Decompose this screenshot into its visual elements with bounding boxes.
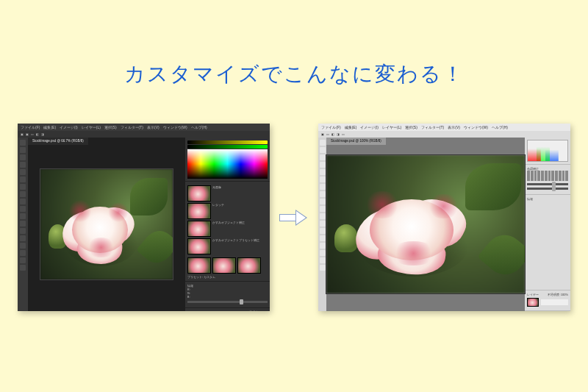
menu-item[interactable]: ウィンドウ(W) bbox=[163, 124, 187, 131]
option-chip[interactable]: ◧ bbox=[36, 132, 39, 136]
tool-zoom-icon[interactable] bbox=[320, 265, 326, 271]
tool-crop-icon[interactable] bbox=[320, 162, 326, 168]
menu-item[interactable]: レイヤー(L) bbox=[82, 124, 101, 131]
tool-type-icon[interactable] bbox=[20, 235, 26, 241]
tool-shape-icon[interactable] bbox=[20, 250, 26, 256]
tool-type-icon[interactable] bbox=[320, 235, 326, 241]
tool-marquee-icon[interactable] bbox=[20, 147, 26, 153]
layers-label: レイヤー bbox=[187, 310, 199, 311]
tool-hand-icon[interactable] bbox=[320, 257, 326, 263]
menu-item[interactable]: ファイル(F) bbox=[21, 124, 40, 131]
option-chip[interactable]: ◨ bbox=[41, 132, 44, 136]
preset-thumb[interactable] bbox=[187, 185, 211, 202]
menu-item[interactable]: ウィンドウ(W) bbox=[464, 124, 488, 131]
preset-thumb[interactable] bbox=[187, 238, 211, 254]
tool-move-icon[interactable] bbox=[320, 140, 326, 146]
option-chip[interactable]: ◧ bbox=[331, 132, 334, 136]
layer-thumbnail[interactable] bbox=[527, 298, 539, 307]
menubar[interactable]: ファイル(F) 編集(E) イメージ(I) レイヤー(L) 選択(S) フィルタ… bbox=[318, 124, 570, 131]
adjustments-panel[interactable]: 色調補正 bbox=[525, 165, 570, 195]
menu-item[interactable]: イメージ(I) bbox=[360, 124, 379, 131]
canvas-area[interactable]: StockImage.psd @ 100% (RGB/8) bbox=[326, 138, 525, 311]
menu-item[interactable]: イメージ(I) bbox=[60, 124, 78, 131]
menu-item[interactable]: 選択(S) bbox=[405, 124, 417, 131]
tool-blur-icon[interactable] bbox=[320, 213, 326, 219]
option-chip[interactable]: ◨ bbox=[337, 132, 340, 136]
tool-marquee-icon[interactable] bbox=[320, 147, 326, 153]
tool-eyedropper-icon[interactable] bbox=[320, 169, 326, 175]
canvas-area[interactable]: StockImage.psd @ 66.7% (RGB/8) bbox=[28, 138, 185, 311]
layers-panel[interactable]: レイヤー 不透明度: 100% bbox=[185, 308, 270, 311]
menu-item[interactable]: 表示(V) bbox=[448, 124, 460, 131]
tools-panel[interactable] bbox=[18, 138, 28, 311]
tool-stamp-icon[interactable] bbox=[20, 191, 26, 197]
tool-dodge-icon[interactable] bbox=[320, 221, 326, 227]
arrow-icon bbox=[279, 210, 309, 226]
preview-thumb[interactable] bbox=[212, 257, 236, 274]
tool-path-icon[interactable] bbox=[320, 243, 326, 249]
tool-move-icon[interactable] bbox=[20, 140, 26, 146]
tool-pen-icon[interactable] bbox=[20, 228, 26, 234]
option-chip[interactable]: ▣ bbox=[26, 132, 29, 136]
option-chip[interactable]: ▣ bbox=[21, 132, 24, 136]
tool-fill-icon[interactable] bbox=[20, 206, 26, 212]
tool-dodge-icon[interactable] bbox=[20, 221, 26, 227]
layer-name[interactable] bbox=[541, 299, 568, 305]
document-tab[interactable]: StockImage.psd @ 100% (RGB/8) bbox=[326, 138, 386, 145]
adjustments-panel[interactable]: 元画像 レタッチ かすみオブジェクト補正 かすみオブジェクトプリセット補正 bbox=[185, 182, 270, 282]
option-chip[interactable]: ▭ bbox=[342, 132, 345, 136]
tools-panel[interactable] bbox=[318, 138, 326, 311]
document-image bbox=[326, 155, 525, 293]
preview-thumb[interactable] bbox=[237, 257, 261, 274]
slider[interactable] bbox=[187, 301, 268, 303]
tool-zoom-icon[interactable] bbox=[20, 265, 26, 271]
preset-thumb[interactable] bbox=[187, 203, 211, 219]
tool-eyedropper-icon[interactable] bbox=[20, 169, 26, 175]
tool-stamp-icon[interactable] bbox=[320, 191, 326, 197]
menu-item[interactable]: ファイル(F) bbox=[321, 124, 340, 131]
options-bar[interactable]: ▣ ▭ ◧ ◨ ▭ bbox=[318, 131, 570, 138]
option-chip[interactable]: ▭ bbox=[31, 132, 34, 136]
tool-lasso-icon[interactable] bbox=[320, 154, 326, 160]
menu-item[interactable]: フィルター(T) bbox=[121, 124, 143, 131]
menu-item[interactable]: 表示(V) bbox=[147, 124, 159, 131]
menu-item[interactable]: 編集(E) bbox=[43, 124, 56, 131]
histogram-panel[interactable] bbox=[525, 138, 570, 165]
options-bar[interactable]: ▣ ▣ ▭ ◧ ◨ bbox=[18, 131, 270, 138]
menu-item[interactable]: ヘルプ(H) bbox=[191, 124, 207, 131]
tool-brush-icon[interactable] bbox=[20, 184, 26, 190]
adjustment-icons[interactable] bbox=[527, 171, 568, 181]
tool-heal-icon[interactable] bbox=[20, 177, 26, 182]
option-chip[interactable]: ▣ bbox=[321, 132, 324, 136]
layers-panel[interactable]: レイヤー 不透明度: 100% bbox=[525, 291, 570, 311]
opacity-label: 不透明度: 100% bbox=[548, 293, 568, 296]
tool-brush-icon[interactable] bbox=[320, 184, 326, 190]
tool-fill-icon[interactable] bbox=[320, 206, 326, 212]
tool-heal-icon[interactable] bbox=[320, 177, 326, 182]
menu-item[interactable]: フィルター(T) bbox=[421, 124, 444, 131]
menu-item[interactable]: レイヤー(L) bbox=[382, 124, 401, 131]
tool-path-icon[interactable] bbox=[20, 243, 26, 249]
tool-eraser-icon[interactable] bbox=[320, 199, 326, 204]
tool-crop-icon[interactable] bbox=[20, 162, 26, 168]
color-panel[interactable] bbox=[185, 138, 270, 182]
preset-thumb[interactable] bbox=[187, 221, 211, 237]
document-tab[interactable]: StockImage.psd @ 66.7% (RGB/8) bbox=[28, 138, 88, 145]
tool-lasso-icon[interactable] bbox=[20, 154, 26, 160]
slider[interactable] bbox=[527, 183, 568, 185]
tool-blur-icon[interactable] bbox=[20, 213, 26, 219]
menu-item[interactable]: 編集(E) bbox=[345, 124, 357, 131]
tool-eraser-icon[interactable] bbox=[20, 199, 26, 204]
preset-label: かすみオブジェクト補正 bbox=[212, 221, 268, 237]
menu-item[interactable]: 選択(S) bbox=[104, 124, 117, 131]
option-chip[interactable]: ▭ bbox=[326, 132, 329, 136]
tool-shape-icon[interactable] bbox=[320, 250, 326, 256]
preview-thumb[interactable] bbox=[187, 257, 211, 274]
tool-hand-icon[interactable] bbox=[20, 257, 26, 263]
slider[interactable] bbox=[527, 188, 568, 190]
menubar[interactable]: ファイル(F) 編集(E) イメージ(I) レイヤー(L) 選択(S) フィルタ… bbox=[18, 124, 270, 131]
color-spectrum[interactable] bbox=[187, 149, 268, 179]
preset-label: レタッチ bbox=[212, 203, 268, 219]
tool-pen-icon[interactable] bbox=[320, 228, 326, 234]
menu-item[interactable]: ヘルプ(H) bbox=[492, 124, 508, 131]
